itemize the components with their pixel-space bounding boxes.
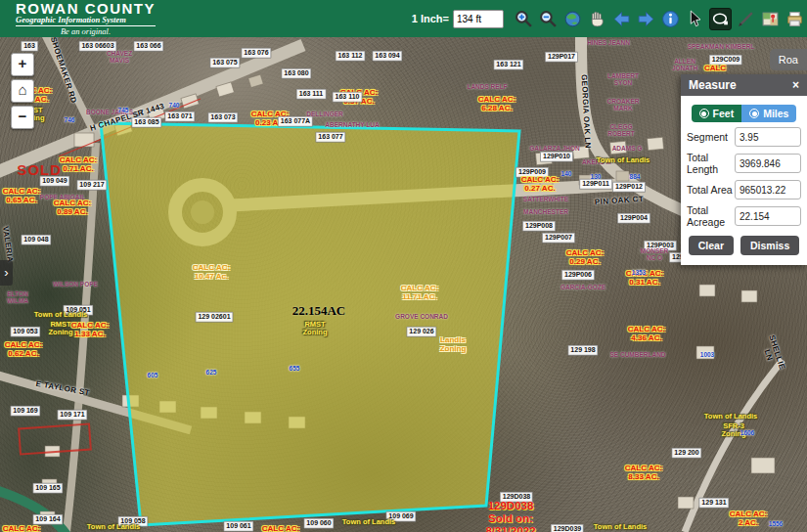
close-icon[interactable]: × xyxy=(792,78,799,92)
globe-icon[interactable] xyxy=(562,9,583,29)
measure-row: Total Area xyxy=(687,180,801,200)
identify-info-icon[interactable] xyxy=(660,9,681,29)
measure-panel: Measure × FeetMiles SegmentTotal LengthT… xyxy=(681,74,807,265)
radio-icon xyxy=(749,109,759,118)
brand-tagline: Be an original. xyxy=(16,27,156,36)
zoom-out-button[interactable]: − xyxy=(11,106,34,129)
scale-input[interactable] xyxy=(453,10,504,28)
field-label: Total Area xyxy=(687,184,733,196)
segment-input[interactable] xyxy=(735,127,801,147)
brand-title: ROWAN COUNTY xyxy=(16,1,156,17)
pan-hand-icon[interactable] xyxy=(587,9,607,29)
clear-button[interactable]: Clear xyxy=(689,236,734,255)
measure-panel-title: Measure xyxy=(689,78,737,92)
back-arrow-icon[interactable] xyxy=(611,9,632,29)
brand-subtitle: Geographic Information System xyxy=(16,16,156,26)
scale-label: 1 Inch= xyxy=(412,13,449,24)
field-label: Total Acreage xyxy=(687,204,735,228)
draw-line-icon[interactable] xyxy=(736,9,756,29)
zoom-in-icon[interactable] xyxy=(514,9,534,29)
forward-arrow-icon[interactable] xyxy=(636,9,656,29)
miles-toggle[interactable]: Miles xyxy=(741,105,796,122)
dismiss-button[interactable]: Dismiss xyxy=(740,236,799,255)
measure-row: Total Acreage xyxy=(687,204,801,228)
total-length-input[interactable] xyxy=(735,154,801,173)
pointer-icon[interactable] xyxy=(685,9,705,29)
toolbar: 1 Inch= xyxy=(412,8,805,30)
zoom-out-icon[interactable] xyxy=(538,9,559,29)
sidebar-toggle[interactable]: › xyxy=(0,260,13,286)
app-header: ROWAN COUNTY Geographic Information Syst… xyxy=(0,0,807,37)
feet-toggle[interactable]: Feet xyxy=(692,105,742,122)
map-zoom-controls: +⌂− xyxy=(11,53,34,132)
total-area-input[interactable] xyxy=(735,180,801,200)
zoom-home-button[interactable]: ⌂ xyxy=(11,79,34,103)
measure-row: Total Length xyxy=(687,152,801,175)
measured-parcel-polygon xyxy=(101,123,519,525)
measure-fields: SegmentTotal LengthTotal AreaTotal Acrea… xyxy=(681,127,807,228)
brand-logo: ROWAN COUNTY Geographic Information Syst… xyxy=(16,1,156,37)
measure-icon[interactable] xyxy=(709,8,732,30)
measure-actions: ClearDismiss xyxy=(681,236,807,255)
map-layers-icon[interactable] xyxy=(760,9,781,29)
field-label: Segment xyxy=(687,131,728,143)
print-icon[interactable] xyxy=(785,9,805,29)
total-acreage-input[interactable] xyxy=(735,206,801,226)
unit-toggle: FeetMiles xyxy=(685,105,803,122)
measure-panel-header: Measure × xyxy=(681,74,807,96)
unit-label: Feet xyxy=(713,108,735,119)
road-tooltip: Roa xyxy=(770,49,807,70)
field-label: Total Length xyxy=(687,152,735,175)
radio-icon xyxy=(699,109,709,118)
unit-label: Miles xyxy=(763,108,788,119)
measure-row: Segment xyxy=(687,127,801,147)
zoom-in-button[interactable]: + xyxy=(11,53,34,76)
